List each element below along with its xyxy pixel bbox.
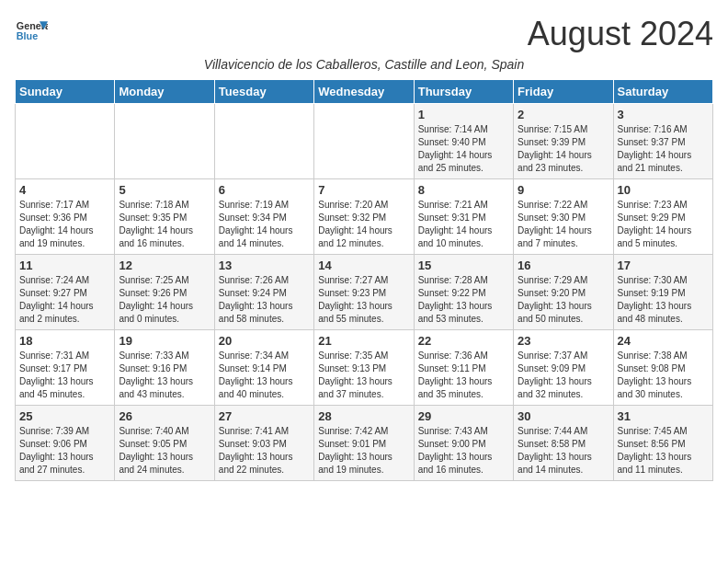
- calendar-cell: 27Sunrise: 7:41 AM Sunset: 9:03 PM Dayli…: [214, 406, 313, 481]
- day-number: 12: [119, 259, 210, 272]
- day-info: Sunrise: 7:24 AM Sunset: 9:27 PM Dayligh…: [19, 274, 110, 326]
- calendar-cell: 31Sunrise: 7:45 AM Sunset: 8:56 PM Dayli…: [613, 406, 712, 481]
- calendar-cell: 10Sunrise: 7:23 AM Sunset: 9:29 PM Dayli…: [613, 179, 712, 255]
- calendar-cell: 18Sunrise: 7:31 AM Sunset: 9:17 PM Dayli…: [16, 330, 115, 406]
- day-number: 17: [618, 259, 709, 272]
- svg-text:Blue: Blue: [17, 30, 38, 41]
- calendar-cell: 4Sunrise: 7:17 AM Sunset: 9:36 PM Daylig…: [16, 179, 115, 255]
- day-number: 20: [219, 334, 310, 348]
- day-number: 31: [618, 409, 709, 423]
- day-info: Sunrise: 7:28 AM Sunset: 9:22 PM Dayligh…: [418, 274, 509, 326]
- day-number: 29: [418, 409, 509, 423]
- calendar-cell: 30Sunrise: 7:44 AM Sunset: 8:58 PM Dayli…: [514, 406, 613, 481]
- calendar-cell: 8Sunrise: 7:21 AM Sunset: 9:31 PM Daylig…: [414, 179, 513, 255]
- calendar-cell: 15Sunrise: 7:28 AM Sunset: 9:22 PM Dayli…: [414, 255, 513, 330]
- day-number: 8: [418, 183, 509, 197]
- calendar-cell: 20Sunrise: 7:34 AM Sunset: 9:14 PM Dayli…: [214, 330, 313, 406]
- day-number: 21: [318, 334, 409, 348]
- calendar-cell: 11Sunrise: 7:24 AM Sunset: 9:27 PM Dayli…: [16, 255, 115, 330]
- day-info: Sunrise: 7:14 AM Sunset: 9:40 PM Dayligh…: [418, 123, 509, 175]
- calendar-cell: 29Sunrise: 7:43 AM Sunset: 9:00 PM Dayli…: [414, 406, 513, 481]
- weekday-header: Thursday: [414, 80, 513, 104]
- day-number: 24: [618, 334, 709, 348]
- logo-icon: General Blue: [15, 15, 48, 48]
- day-info: Sunrise: 7:37 AM Sunset: 9:09 PM Dayligh…: [518, 350, 609, 401]
- day-number: 28: [318, 409, 409, 423]
- day-number: 11: [19, 259, 110, 272]
- calendar-cell: 16Sunrise: 7:29 AM Sunset: 9:20 PM Dayli…: [514, 255, 613, 330]
- calendar-cell: 3Sunrise: 7:16 AM Sunset: 9:37 PM Daylig…: [613, 104, 712, 179]
- day-info: Sunrise: 7:21 AM Sunset: 9:31 PM Dayligh…: [418, 199, 509, 250]
- calendar-cell: 24Sunrise: 7:38 AM Sunset: 9:08 PM Dayli…: [613, 330, 712, 406]
- weekday-header: Saturday: [613, 80, 712, 104]
- calendar-cell: 25Sunrise: 7:39 AM Sunset: 9:06 PM Dayli…: [16, 406, 115, 481]
- calendar-cell: [314, 104, 414, 179]
- day-info: Sunrise: 7:18 AM Sunset: 9:35 PM Dayligh…: [119, 199, 210, 250]
- calendar-cell: 7Sunrise: 7:20 AM Sunset: 9:32 PM Daylig…: [314, 179, 414, 255]
- day-info: Sunrise: 7:15 AM Sunset: 9:39 PM Dayligh…: [518, 123, 609, 175]
- day-info: Sunrise: 7:45 AM Sunset: 8:56 PM Dayligh…: [618, 425, 709, 477]
- calendar-cell: 21Sunrise: 7:35 AM Sunset: 9:13 PM Dayli…: [314, 330, 414, 406]
- calendar-cell: 28Sunrise: 7:42 AM Sunset: 9:01 PM Dayli…: [314, 406, 414, 481]
- calendar-cell: 9Sunrise: 7:22 AM Sunset: 9:30 PM Daylig…: [514, 179, 613, 255]
- calendar-cell: 14Sunrise: 7:27 AM Sunset: 9:23 PM Dayli…: [314, 255, 414, 330]
- day-info: Sunrise: 7:22 AM Sunset: 9:30 PM Dayligh…: [518, 199, 609, 250]
- day-info: Sunrise: 7:25 AM Sunset: 9:26 PM Dayligh…: [119, 274, 210, 326]
- day-number: 9: [518, 183, 609, 197]
- day-info: Sunrise: 7:20 AM Sunset: 9:32 PM Dayligh…: [318, 199, 409, 250]
- day-info: Sunrise: 7:33 AM Sunset: 9:16 PM Dayligh…: [119, 350, 210, 401]
- weekday-header: Friday: [514, 80, 613, 104]
- calendar-cell: 13Sunrise: 7:26 AM Sunset: 9:24 PM Dayli…: [214, 255, 313, 330]
- day-number: 13: [219, 259, 310, 272]
- day-info: Sunrise: 7:34 AM Sunset: 9:14 PM Dayligh…: [219, 350, 310, 401]
- weekday-header: Wednesday: [314, 80, 414, 104]
- day-number: 4: [19, 183, 110, 197]
- day-number: 26: [119, 409, 210, 423]
- day-info: Sunrise: 7:35 AM Sunset: 9:13 PM Dayligh…: [318, 350, 409, 401]
- calendar-cell: 1Sunrise: 7:14 AM Sunset: 9:40 PM Daylig…: [414, 104, 513, 179]
- day-info: Sunrise: 7:16 AM Sunset: 9:37 PM Dayligh…: [618, 123, 709, 175]
- weekday-header: Tuesday: [214, 80, 313, 104]
- day-info: Sunrise: 7:38 AM Sunset: 9:08 PM Dayligh…: [618, 350, 709, 401]
- day-info: Sunrise: 7:23 AM Sunset: 9:29 PM Dayligh…: [618, 199, 709, 250]
- day-number: 7: [318, 183, 409, 197]
- calendar-cell: 23Sunrise: 7:37 AM Sunset: 9:09 PM Dayli…: [514, 330, 613, 406]
- calendar-cell: 19Sunrise: 7:33 AM Sunset: 9:16 PM Dayli…: [115, 330, 214, 406]
- calendar-table: SundayMondayTuesdayWednesdayThursdayFrid…: [15, 79, 713, 481]
- calendar-cell: 12Sunrise: 7:25 AM Sunset: 9:26 PM Dayli…: [115, 255, 214, 330]
- logo: General Blue: [15, 15, 48, 48]
- day-info: Sunrise: 7:41 AM Sunset: 9:03 PM Dayligh…: [219, 425, 310, 477]
- calendar-cell: 17Sunrise: 7:30 AM Sunset: 9:19 PM Dayli…: [613, 255, 712, 330]
- day-info: Sunrise: 7:29 AM Sunset: 9:20 PM Dayligh…: [518, 274, 609, 326]
- calendar-cell: 5Sunrise: 7:18 AM Sunset: 9:35 PM Daylig…: [115, 179, 214, 255]
- calendar-cell: 26Sunrise: 7:40 AM Sunset: 9:05 PM Dayli…: [115, 406, 214, 481]
- day-info: Sunrise: 7:17 AM Sunset: 9:36 PM Dayligh…: [19, 199, 110, 250]
- day-info: Sunrise: 7:40 AM Sunset: 9:05 PM Dayligh…: [119, 425, 210, 477]
- day-number: 19: [119, 334, 210, 348]
- day-number: 27: [219, 409, 310, 423]
- weekday-header: Monday: [115, 80, 214, 104]
- day-info: Sunrise: 7:42 AM Sunset: 9:01 PM Dayligh…: [318, 425, 409, 477]
- day-info: Sunrise: 7:19 AM Sunset: 9:34 PM Dayligh…: [219, 199, 310, 250]
- day-number: 2: [518, 108, 609, 121]
- subtitle: Villavicencio de los Caballeros, Castill…: [15, 57, 713, 72]
- day-info: Sunrise: 7:39 AM Sunset: 9:06 PM Dayligh…: [19, 425, 110, 477]
- weekday-header: Sunday: [16, 80, 115, 104]
- calendar-cell: [115, 104, 214, 179]
- day-number: 18: [19, 334, 110, 348]
- day-number: 25: [19, 409, 110, 423]
- day-info: Sunrise: 7:27 AM Sunset: 9:23 PM Dayligh…: [318, 274, 409, 326]
- day-number: 5: [119, 183, 210, 197]
- month-title: August 2024: [528, 15, 713, 53]
- day-info: Sunrise: 7:44 AM Sunset: 8:58 PM Dayligh…: [518, 425, 609, 477]
- day-info: Sunrise: 7:43 AM Sunset: 9:00 PM Dayligh…: [418, 425, 509, 477]
- day-info: Sunrise: 7:31 AM Sunset: 9:17 PM Dayligh…: [19, 350, 110, 401]
- day-info: Sunrise: 7:36 AM Sunset: 9:11 PM Dayligh…: [418, 350, 509, 401]
- calendar-cell: [16, 104, 115, 179]
- calendar-cell: [214, 104, 313, 179]
- day-number: 6: [219, 183, 310, 197]
- day-number: 1: [418, 108, 509, 121]
- day-number: 15: [418, 259, 509, 272]
- day-number: 23: [518, 334, 609, 348]
- day-info: Sunrise: 7:30 AM Sunset: 9:19 PM Dayligh…: [618, 274, 709, 326]
